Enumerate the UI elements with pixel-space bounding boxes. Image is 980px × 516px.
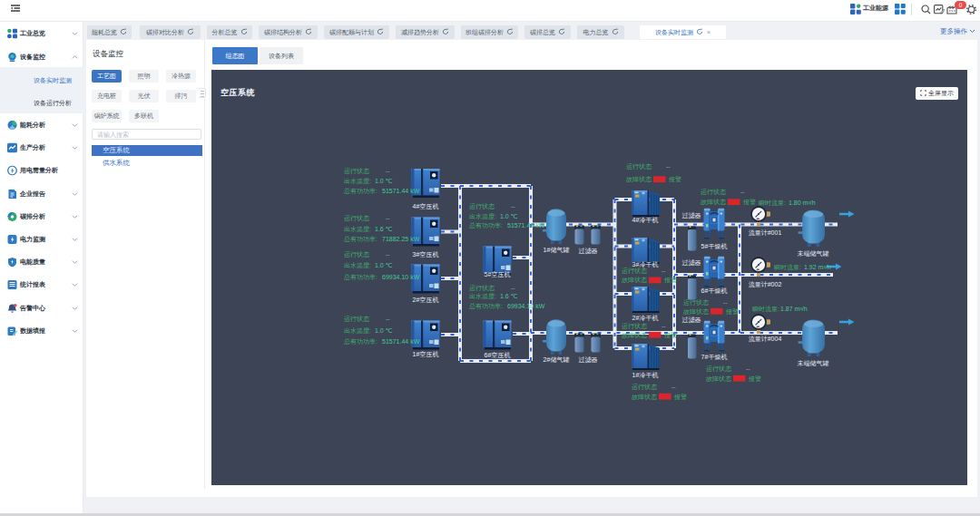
- svg-text:69934.10 kW: 69934.10 kW: [382, 274, 420, 280]
- svg-text:总有功功率:: 总有功功率:: [343, 274, 377, 280]
- svg-text:运行状态: 运行状态: [622, 323, 647, 330]
- svg-text:未端储气罐: 未端储气罐: [798, 250, 829, 258]
- svg-text:71882.25 kW: 71882.25 kW: [382, 236, 420, 242]
- svg-text:--: --: [386, 215, 390, 221]
- svg-text:69934.10 kW: 69934.10 kW: [507, 303, 545, 309]
- svg-text:--: --: [386, 251, 390, 258]
- svg-text:7#干燥机: 7#干燥机: [701, 354, 728, 361]
- svg-text:运行状态: 运行状态: [706, 365, 731, 373]
- svg-text:运行状态: 运行状态: [626, 163, 652, 170]
- svg-text:运行状态: 运行状态: [683, 299, 709, 307]
- svg-text:1.0 ℃: 1.0 ℃: [375, 262, 393, 268]
- svg-text:1#空压机: 1#空压机: [413, 351, 439, 358]
- svg-text:运行状态: 运行状态: [632, 384, 657, 391]
- svg-text:运行状态: 运行状态: [344, 168, 369, 175]
- svg-text:运行状态: 运行状态: [469, 285, 495, 292]
- svg-text:4#冷干机: 4#冷干机: [632, 217, 659, 224]
- svg-text:1.0 ℃: 1.0 ℃: [375, 178, 393, 184]
- svg-text:故障状态: 故障状态: [706, 375, 731, 383]
- svg-text:报警: 报警: [748, 375, 761, 383]
- svg-text:报警: 报警: [673, 394, 687, 401]
- svg-text:总有功功率:: 总有功功率:: [343, 338, 377, 345]
- svg-text:--: --: [386, 168, 390, 174]
- svg-text:出水温度:: 出水温度:: [344, 178, 371, 185]
- svg-text:--: --: [666, 163, 671, 170]
- svg-text:瞬时流量:: 瞬时流量:: [759, 200, 786, 207]
- svg-text:1.80 m³/h: 1.80 m³/h: [789, 200, 816, 206]
- svg-text:1.6 ℃: 1.6 ℃: [500, 293, 518, 299]
- svg-text:过滤器: 过滤器: [579, 356, 598, 364]
- svg-text:流量计#004: 流量计#004: [749, 336, 782, 343]
- svg-text:过滤器: 过滤器: [682, 316, 701, 324]
- svg-text:--: --: [723, 299, 728, 306]
- svg-text:1.92 m³/h: 1.92 m³/h: [804, 264, 831, 270]
- svg-text:2#储气罐: 2#储气罐: [544, 356, 570, 364]
- svg-text:运行状态: 运行状态: [701, 189, 726, 196]
- svg-text:出水温度:: 出水温度:: [469, 213, 496, 220]
- svg-text:出水温度:: 出水温度:: [344, 262, 371, 269]
- svg-text:报警: 报警: [725, 308, 739, 316]
- svg-text:--: --: [662, 323, 666, 329]
- svg-text:5#干燥机: 5#干燥机: [701, 243, 728, 250]
- svg-text:1.87 m³/h: 1.87 m³/h: [780, 306, 808, 312]
- svg-text:未端储气罐: 未端储气罐: [798, 360, 829, 367]
- svg-text:瞬时流量:: 瞬时流量:: [774, 264, 801, 271]
- svg-text:1.0 ℃: 1.0 ℃: [500, 213, 518, 219]
- svg-text:6#干燥机: 6#干燥机: [701, 287, 728, 295]
- svg-text:6#空压机: 6#空压机: [485, 352, 511, 359]
- svg-text:过滤器: 过滤器: [682, 259, 701, 267]
- svg-text:报警: 报警: [668, 176, 681, 183]
- svg-text:出水温度:: 出水温度:: [344, 226, 371, 233]
- svg-text:2#空压机: 2#空压机: [413, 297, 439, 304]
- svg-text:总有功功率:: 总有功功率:: [343, 188, 377, 194]
- svg-text:51571.44 kW: 51571.44 kW: [382, 188, 420, 194]
- svg-text:51571.44 kW: 51571.44 kW: [382, 338, 420, 345]
- svg-text:1.6 ℃: 1.6 ℃: [375, 226, 393, 232]
- svg-text:--: --: [511, 203, 515, 209]
- svg-text:故障状态: 故障状态: [701, 199, 726, 206]
- svg-text:瞬时流量:: 瞬时流量:: [752, 306, 779, 313]
- svg-text:流量计#002: 流量计#002: [749, 281, 782, 288]
- svg-text:5#空压机: 5#空压机: [485, 271, 511, 278]
- svg-text:报警: 报警: [663, 277, 677, 284]
- svg-text:故障状态: 故障状态: [622, 332, 647, 339]
- svg-text:--: --: [740, 189, 745, 195]
- svg-text:4#空压机: 4#空压机: [413, 203, 439, 210]
- svg-text:--: --: [746, 365, 750, 372]
- svg-text:故障状态: 故障状态: [626, 176, 652, 183]
- svg-text:运行状态: 运行状态: [344, 251, 369, 258]
- svg-text:运行状态: 运行状态: [344, 316, 369, 323]
- svg-text:--: --: [511, 285, 515, 291]
- svg-text:--: --: [671, 384, 676, 390]
- svg-text:3#冷干机: 3#冷干机: [632, 261, 659, 268]
- svg-text:故障状态: 故障状态: [683, 308, 709, 316]
- svg-text:51571.44 kW: 51571.44 kW: [507, 222, 545, 229]
- svg-text:出水温度:: 出水温度:: [469, 293, 496, 300]
- svg-text:过滤器: 过滤器: [579, 248, 598, 255]
- svg-text:运行状态: 运行状态: [344, 215, 369, 222]
- svg-text:3#空压机: 3#空压机: [413, 251, 439, 258]
- svg-text:1.0 ℃: 1.0 ℃: [375, 327, 393, 334]
- svg-text:故障状态: 故障状态: [622, 277, 647, 284]
- svg-text:1#冷干机: 1#冷干机: [632, 372, 659, 379]
- svg-text:出水温度:: 出水温度:: [344, 327, 371, 335]
- svg-text:运行状态: 运行状态: [469, 203, 495, 210]
- svg-text:2#冷干机: 2#冷干机: [632, 315, 659, 322]
- svg-text:1#储气罐: 1#储气罐: [544, 247, 570, 254]
- svg-text:--: --: [386, 316, 390, 322]
- svg-text:总有功功率:: 总有功功率:: [468, 222, 503, 229]
- svg-text:总有功功率:: 总有功功率:: [468, 303, 503, 309]
- svg-text:故障状态: 故障状态: [632, 394, 657, 401]
- svg-text:运行状态: 运行状态: [622, 268, 647, 275]
- svg-text:--: --: [662, 268, 666, 274]
- svg-text:过滤器: 过滤器: [682, 212, 701, 219]
- svg-text:报警: 报警: [742, 199, 756, 206]
- svg-text:总有功功率:: 总有功功率:: [343, 236, 377, 242]
- svg-text:流量计#001: 流量计#001: [749, 229, 782, 237]
- svg-text:报警: 报警: [663, 332, 677, 339]
